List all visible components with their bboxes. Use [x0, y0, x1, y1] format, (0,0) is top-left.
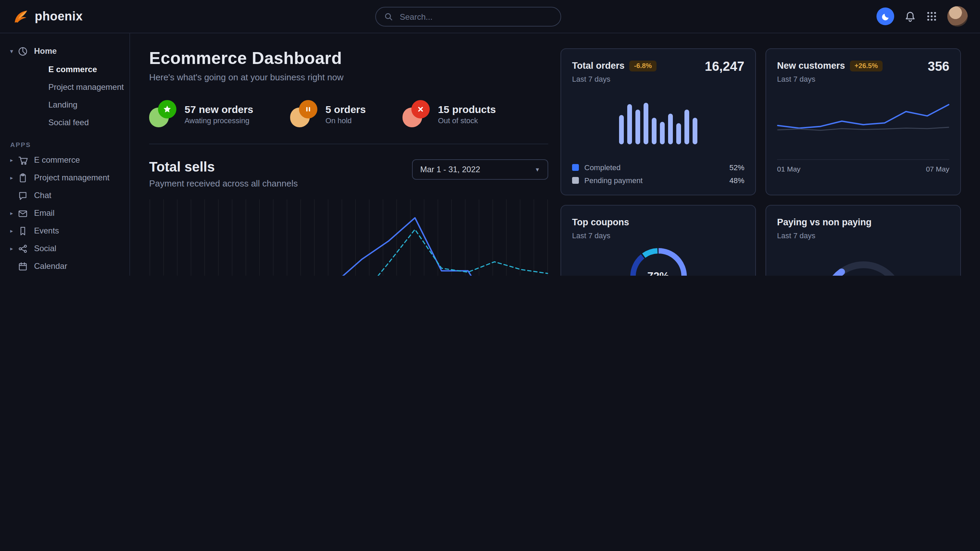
total-sells-subtitle: Payment received across all channels — [149, 178, 298, 189]
star-badge-icon — [149, 100, 177, 127]
legend-item: Pending payment48% — [572, 176, 745, 184]
sidebar-nav: ▾HomeE commerceProject managementLanding… — [0, 41, 129, 276]
order-stats: 57 new orders Awating processing 5 order… — [149, 100, 548, 127]
divider — [149, 144, 548, 144]
caret-right-icon: ▸ — [10, 245, 18, 251]
stat-orders-on-hold: 5 orders On hold — [290, 100, 366, 127]
card-title: Total orders — [572, 60, 625, 71]
sidebar-item-label: Project management — [34, 173, 109, 183]
sidebar-item-e-commerce[interactable]: ▸E commerce — [0, 151, 129, 169]
card-title: Paying vs non paying — [777, 217, 872, 227]
x-badge-icon — [402, 100, 430, 127]
sidebar-item-social-feed[interactable]: Social feed — [0, 114, 129, 131]
x-axis-labels: 01 May 07 May — [777, 159, 949, 173]
coupons-donut-chart: 72% — [627, 245, 690, 276]
mail-icon — [18, 208, 28, 218]
date-range-select[interactable]: Mar 1 - 31, 2022 ▼ — [412, 159, 548, 180]
sidebar-item-label: Home — [34, 46, 57, 56]
sidebar-item-landing[interactable]: Landing — [0, 96, 129, 114]
order-bar — [652, 118, 657, 144]
order-bar — [668, 114, 673, 144]
sidebar-item-label: E commerce — [34, 155, 80, 165]
x-axis-label: 07 May — [926, 165, 949, 173]
caret-right-icon: ▸ — [10, 210, 18, 216]
page-title: Ecommerce Dashboard — [149, 48, 548, 68]
total-sells-title: Total sells — [149, 159, 298, 175]
stat-value: 15 products — [438, 103, 496, 115]
theme-toggle-moon-icon[interactable] — [877, 8, 894, 25]
sidebar-item-chat[interactable]: Chat — [0, 186, 129, 204]
sidebar-item-e-commerce[interactable]: E commerce — [0, 60, 129, 78]
card-period: Last 7 days — [777, 232, 872, 240]
kpi-cards: Total orders-6.8% Last 7 days 16,247 Com… — [560, 48, 961, 276]
card-title: Top coupons — [572, 217, 629, 227]
legend-item: Completed52% — [572, 164, 745, 171]
sidebar-item-project-management[interactable]: ▸Project management — [0, 169, 129, 186]
app-viewport: phoenix ▾HomeE commerceProject managemen… — [0, 0, 980, 276]
main-content: Ecommerce Dashboard Here's what's going … — [130, 33, 980, 276]
pie-icon — [18, 46, 28, 56]
search-icon — [384, 12, 393, 21]
caret-right-icon: ▸ — [10, 157, 18, 163]
order-bar — [619, 115, 624, 144]
sidebar-item-label: Social — [34, 244, 56, 253]
order-bar — [644, 103, 648, 144]
sidebar-item-email[interactable]: ▸Email — [0, 204, 129, 222]
global-search — [375, 7, 561, 27]
stat-value: 5 orders — [326, 103, 366, 115]
order-bar — [627, 104, 632, 144]
top-coupons-card: Top coupons Last 7 days 72% Percentage d… — [560, 205, 756, 276]
legend-swatch — [572, 164, 579, 171]
sidebar-item-home[interactable]: ▾Home — [0, 41, 129, 60]
bell-icon[interactable] — [904, 11, 916, 22]
sidebar-item-project-management[interactable]: Project management — [0, 78, 129, 96]
sidebar: ▾HomeE commerceProject managementLanding… — [0, 33, 130, 276]
total-orders-card: Total orders-6.8% Last 7 days 16,247 Com… — [560, 48, 756, 195]
order-bar — [660, 122, 665, 144]
legend-value: 48% — [729, 176, 745, 184]
sidebar-item-label: Email — [34, 208, 54, 218]
chevron-down-icon: ▼ — [535, 167, 540, 173]
chat-icon — [18, 190, 28, 200]
change-badge: +26.5% — [850, 60, 883, 71]
calendar-icon — [18, 261, 28, 271]
pause-badge-icon — [290, 100, 317, 127]
search-input[interactable] — [398, 11, 552, 22]
brand[interactable]: phoenix — [12, 8, 83, 25]
order-bar — [635, 110, 640, 144]
paying-vs-non-paying-card: Paying vs non paying Last 7 days Paying … — [765, 205, 961, 276]
card-value: 356 — [928, 59, 949, 74]
stat-label: On hold — [326, 116, 366, 124]
legend-value: 52% — [729, 164, 745, 171]
sidebar-item-label: Events — [34, 226, 59, 235]
total-sells-chart — [149, 199, 548, 276]
stat-label: Out of stock — [438, 116, 496, 124]
new-customers-card: New customers+26.5% Last 7 days 356 01 M… — [765, 48, 961, 195]
order-bar — [684, 110, 689, 144]
sidebar-item-events[interactable]: ▸Events — [0, 222, 129, 240]
paying-gauge-chart — [777, 248, 949, 276]
change-badge: -6.8% — [629, 60, 657, 71]
sidebar-item-social[interactable]: ▸Social — [0, 240, 129, 257]
sidebar-item-calendar[interactable]: Calendar — [0, 257, 129, 275]
date-range-value: Mar 1 - 31, 2022 — [420, 165, 480, 174]
caret-right-icon: ▸ — [10, 175, 18, 181]
phoenix-logo-icon — [12, 8, 29, 25]
caret-right-icon: ▸ — [10, 228, 18, 234]
navbar-actions — [877, 6, 968, 27]
caret-down-icon: ▾ — [10, 48, 18, 54]
new-customers-chart — [777, 94, 949, 148]
legend-label: Completed — [584, 164, 620, 171]
card-value: 16,247 — [705, 59, 745, 74]
stat-new-orders: 57 new orders Awating processing — [149, 100, 253, 127]
share-icon — [18, 243, 28, 254]
stat-out-of-stock: 15 products Out of stock — [402, 100, 496, 127]
grid-apps-icon[interactable] — [926, 11, 937, 22]
stat-label: Awating processing — [185, 116, 253, 124]
user-avatar[interactable] — [947, 6, 968, 27]
stat-value: 57 new orders — [185, 103, 253, 115]
card-title: New customers — [777, 60, 845, 71]
x-axis-label: 01 May — [777, 165, 800, 173]
legend-swatch — [572, 177, 579, 184]
brand-name: phoenix — [35, 9, 83, 24]
